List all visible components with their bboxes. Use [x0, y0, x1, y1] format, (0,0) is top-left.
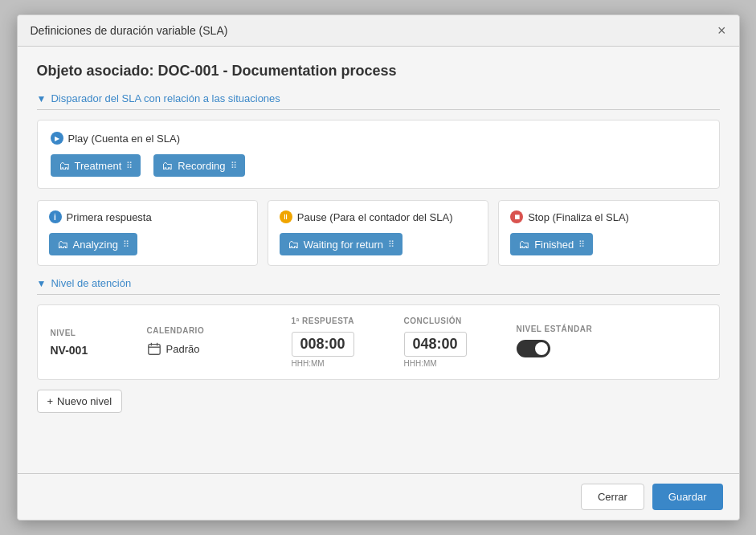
calendario-value-text: Padrão: [166, 343, 200, 355]
play-box: ▶ Play (Cuenta en el SLA) 🗂 Treatment ⠿ …: [37, 120, 720, 189]
primera-respuesta-label: Primera respuesta: [67, 211, 152, 223]
tag-analyzing-label: Analyzing: [73, 239, 118, 251]
nivel-col-header: NIVEL: [51, 329, 134, 337]
nivel-col-value: NV-001: [51, 344, 134, 357]
pause-icon: ⏸: [280, 210, 292, 223]
drag-icon: ⠿: [126, 161, 133, 171]
nuevo-nivel-icon: +: [47, 395, 54, 407]
sla-section-label: Disparador del SLA con relación a las si…: [51, 92, 280, 104]
nivel-estandar-col-header: NIVEL ESTÁNDAR: [517, 325, 632, 333]
tag-finished[interactable]: 🗂 Finished ⠿: [510, 233, 593, 255]
folder-icon: 🗂: [59, 159, 70, 172]
tag-waiting[interactable]: 🗂 Waiting for return ⠿: [280, 233, 403, 255]
tag-recording[interactable]: 🗂 Recording ⠿: [153, 154, 244, 177]
tag-recording-label: Recording: [178, 160, 225, 172]
nivel-col: NIVEL NV-001: [51, 329, 147, 357]
calendar-icon-svg: [147, 341, 161, 356]
conclusion-unit: HHH:MM: [404, 359, 504, 368]
stop-icon: ⏹: [510, 210, 523, 223]
stop-tags: 🗂 Finished ⠿: [510, 233, 707, 255]
modal-dialog: Definiciones de duración variable (SLA) …: [17, 14, 740, 521]
sla-section-header: ▼ Disparador del SLA con relación a las …: [37, 92, 720, 110]
info-icon: i: [49, 210, 62, 223]
nuevo-nivel-button[interactable]: + Nuevo nivel: [37, 390, 123, 413]
stop-box: ⏹ Stop (Finaliza el SLA) 🗂 Finished ⠿: [498, 200, 719, 266]
nuevo-nivel-label: Nuevo nivel: [57, 395, 112, 407]
pause-label-row: ⏸ Pause (Para el contador del SLA): [280, 210, 476, 223]
modal-title: Definiciones de duración variable (SLA): [31, 24, 228, 37]
guardar-button[interactable]: Guardar: [652, 484, 723, 510]
primera-respuesta-time: 008:00: [292, 332, 354, 357]
tag-waiting-label: Waiting for return: [304, 239, 383, 251]
sub-boxes-row: i Primera respuesta 🗂 Analyzing ⠿ ⏸ Paus…: [37, 200, 720, 266]
nivel-section-header: ▼ Nivel de atención: [37, 277, 720, 295]
pause-box: ⏸ Pause (Para el contador del SLA) 🗂 Wai…: [268, 200, 488, 266]
nivel-chevron-icon: ▼: [37, 278, 47, 289]
conclusion-col-header: CONCLUSIÓN: [404, 317, 504, 325]
primera-respuesta-label-row: i Primera respuesta: [49, 210, 246, 223]
play-label: Play (Cuenta en el SLA): [68, 133, 180, 145]
folder-icon-5: 🗂: [518, 238, 529, 251]
play-icon: ▶: [51, 132, 63, 145]
nivel-section: ▼ Nivel de atención NIVEL NV-001 CALENDA…: [37, 277, 720, 413]
nivel-grid: NIVEL NV-001 CALENDARIO: [51, 317, 706, 368]
stop-label: Stop (Finaliza el SLA): [528, 211, 629, 223]
calendario-col-header: CALENDARIO: [147, 326, 279, 335]
pause-tags: 🗂 Waiting for return ⠿: [280, 233, 476, 255]
nivel-section-label: Nivel de atención: [51, 277, 131, 289]
nivel-estandar-col: NIVEL ESTÁNDAR: [517, 325, 645, 360]
tag-finished-label: Finished: [534, 239, 574, 251]
stop-label-row: ⏹ Stop (Finaliza el SLA): [510, 210, 707, 223]
calendario-col: CALENDARIO Padrão: [147, 326, 292, 358]
folder-icon-3: 🗂: [57, 238, 68, 251]
play-tags: 🗂 Treatment ⠿ 🗂 Recording ⠿: [51, 154, 706, 177]
primera-respuesta-col: 1ª RESPUESTA 008:00 HHH:MM: [292, 317, 404, 368]
nivel-estandar-toggle[interactable]: [517, 340, 550, 357]
tag-treatment-label: Treatment: [75, 160, 122, 172]
cerrar-button[interactable]: Cerrar: [581, 484, 644, 510]
primera-respuesta-box: i Primera respuesta 🗂 Analyzing ⠿: [37, 200, 258, 266]
conclusion-time: 048:00: [404, 332, 467, 357]
play-label-row: ▶ Play (Cuenta en el SLA): [51, 132, 706, 145]
modal-body: Objeto asociado: DOC-001 - Documentation…: [18, 47, 739, 473]
modal-header: Definiciones de duración variable (SLA) …: [18, 15, 739, 47]
drag-icon-3: ⠿: [123, 239, 129, 250]
svg-rect-0: [148, 345, 159, 355]
drag-icon-4: ⠿: [388, 239, 394, 250]
conclusion-col: CONCLUSIÓN 048:00 HHH:MM: [404, 317, 517, 368]
folder-icon-2: 🗂: [161, 159, 173, 172]
primera-respuesta-tags: 🗂 Analyzing ⠿: [49, 233, 246, 255]
drag-icon-2: ⠿: [231, 161, 237, 171]
drag-icon-5: ⠿: [578, 239, 585, 250]
object-title: Objeto asociado: DOC-001 - Documentation…: [37, 63, 720, 80]
tag-analyzing[interactable]: 🗂 Analyzing ⠿: [49, 233, 137, 255]
pause-label: Pause (Para el contador del SLA): [297, 211, 453, 223]
modal-footer: Cerrar Guardar: [18, 473, 739, 520]
calendario-col-value: Padrão: [147, 341, 200, 356]
nivel-box: NIVEL NV-001 CALENDARIO: [37, 304, 720, 380]
close-button[interactable]: ×: [717, 23, 726, 38]
tag-treatment[interactable]: 🗂 Treatment ⠿: [51, 154, 141, 177]
primera-respuesta-unit: HHH:MM: [292, 359, 391, 368]
folder-icon-4: 🗂: [288, 238, 299, 251]
primera-respuesta-col-header: 1ª RESPUESTA: [292, 317, 391, 325]
chevron-icon: ▼: [37, 93, 47, 104]
